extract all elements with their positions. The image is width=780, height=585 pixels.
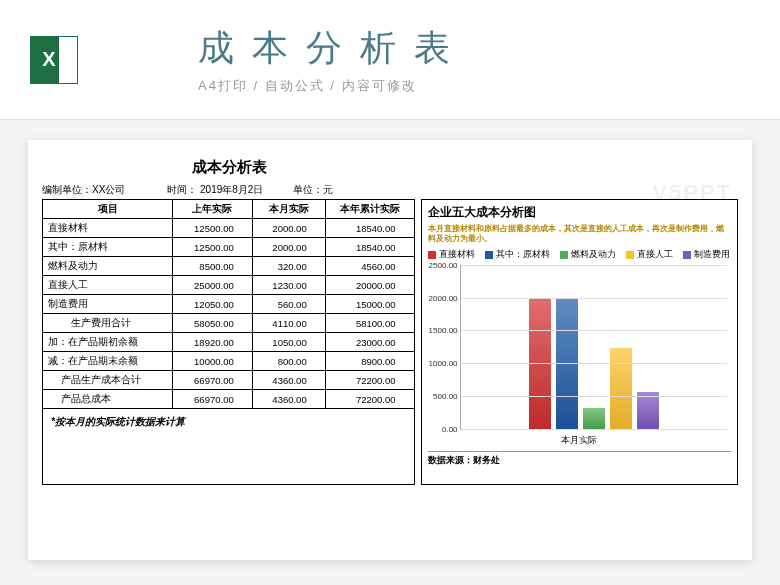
- row-label: 直接材料: [43, 219, 173, 238]
- row-label: 燃料及动力: [43, 257, 173, 276]
- spreadsheet-preview: V5PPT V5PPT 成本分析表 编制单位：XX公司 时间： 2019年8月2…: [28, 140, 752, 560]
- table-header-cell: 项目: [43, 200, 173, 219]
- row-value: 18540.00: [325, 238, 414, 257]
- legend-item: 其中：原材料: [485, 249, 550, 261]
- chart-description: 本月直接材料和原料占据最多的成本，其次是直接的人工成本，再次是制作费用，燃料及动…: [428, 224, 731, 245]
- chart-x-category: 本月实际: [428, 434, 731, 447]
- row-value: 58050.00: [173, 314, 253, 333]
- legend-label: 制造费用: [694, 249, 730, 261]
- row-label: 产品总成本: [43, 390, 173, 409]
- table-row: 制造费用12050.00560.0015000.00: [43, 295, 415, 314]
- chart-bar: [610, 348, 632, 429]
- row-value: 1230.00: [252, 276, 325, 295]
- row-value: 25000.00: [173, 276, 253, 295]
- legend-label: 燃料及动力: [571, 249, 616, 261]
- table-row: 直接人工25000.001230.0020000.00: [43, 276, 415, 295]
- row-value: 4360.00: [252, 371, 325, 390]
- chart-bars: [461, 265, 727, 429]
- table-row: 燃料及动力8500.00320.004560.00: [43, 257, 415, 276]
- cost-table-panel: 项目上年实际本月实际本年累计实际 直接材料12500.002000.001854…: [42, 199, 415, 485]
- row-label: 直接人工: [43, 276, 173, 295]
- row-label: 产品生产成本合计: [43, 371, 173, 390]
- y-tick-label: 1000.00: [429, 359, 461, 368]
- table-header-cell: 上年实际: [173, 200, 253, 219]
- row-value: 66970.00: [173, 371, 253, 390]
- chart-panel: 企业五大成本分析图 本月直接材料和原料占据最多的成本，其次是直接的人工成本，再次…: [421, 199, 738, 485]
- sheet-meta: 编制单位：XX公司 时间： 2019年8月2日 单位：元: [42, 183, 418, 197]
- page-subtitle: A4打印 / 自动公式 / 内容可修改: [198, 77, 750, 95]
- chart-title: 企业五大成本分析图: [428, 204, 731, 221]
- row-value: 58100.00: [325, 314, 414, 333]
- table-row: 产品生产成本合计66970.004360.0072200.00: [43, 371, 415, 390]
- chart-bar: [637, 392, 659, 429]
- row-value: 800.00: [252, 352, 325, 371]
- page-title: 成本分析表: [198, 24, 750, 73]
- row-value: 20000.00: [325, 276, 414, 295]
- table-row: 其中：原材料12500.002000.0018540.00: [43, 238, 415, 257]
- row-value: 12500.00: [173, 219, 253, 238]
- row-label: 生产费用合计: [43, 314, 173, 333]
- row-value: 72200.00: [325, 371, 414, 390]
- row-value: 4110.00: [252, 314, 325, 333]
- row-label: 其中：原材料: [43, 238, 173, 257]
- row-value: 23000.00: [325, 333, 414, 352]
- row-value: 4360.00: [252, 390, 325, 409]
- sheet-title: 成本分析表: [42, 158, 418, 177]
- table-row: 减：在产品期末余额10000.00800.008900.00: [43, 352, 415, 371]
- legend-swatch: [626, 251, 634, 259]
- row-value: 8900.00: [325, 352, 414, 371]
- row-value: 72200.00: [325, 390, 414, 409]
- y-tick-label: 1500.00: [429, 326, 461, 335]
- legend-swatch: [485, 251, 493, 259]
- row-value: 8500.00: [173, 257, 253, 276]
- row-value: 560.00: [252, 295, 325, 314]
- legend-label: 直接材料: [439, 249, 475, 261]
- row-value: 2000.00: [252, 219, 325, 238]
- legend-item: 燃料及动力: [560, 249, 616, 261]
- row-value: 15000.00: [325, 295, 414, 314]
- chart-legend: 直接材料其中：原材料燃料及动力直接人工制造费用: [428, 249, 731, 261]
- y-tick-label: 0.00: [442, 424, 461, 433]
- row-value: 18540.00: [325, 219, 414, 238]
- legend-swatch: [683, 251, 691, 259]
- excel-icon: X: [30, 36, 78, 84]
- legend-item: 制造费用: [683, 249, 730, 261]
- y-tick-label: 500.00: [433, 391, 460, 400]
- legend-label: 直接人工: [637, 249, 673, 261]
- y-tick-label: 2500.00: [429, 260, 461, 269]
- table-header-cell: 本年累计实际: [325, 200, 414, 219]
- app-header: X 成本分析表 A4打印 / 自动公式 / 内容可修改: [0, 0, 780, 120]
- meta-time: 时间： 2019年8月2日: [167, 183, 292, 197]
- table-header-cell: 本月实际: [252, 200, 325, 219]
- meta-unit: 单位：元: [293, 183, 418, 197]
- table-row: 产品总成本66970.004360.0072200.00: [43, 390, 415, 409]
- table-row: 直接材料12500.002000.0018540.00: [43, 219, 415, 238]
- row-value: 18920.00: [173, 333, 253, 352]
- row-label: 加：在产品期初余额: [43, 333, 173, 352]
- row-value: 12500.00: [173, 238, 253, 257]
- row-value: 1050.00: [252, 333, 325, 352]
- table-note: *按本月的实际统计数据来计算: [42, 409, 415, 485]
- legend-swatch: [560, 251, 568, 259]
- row-value: 320.00: [252, 257, 325, 276]
- row-value: 2000.00: [252, 238, 325, 257]
- legend-item: 直接人工: [626, 249, 673, 261]
- excel-x-letter: X: [42, 48, 55, 71]
- row-value: 4560.00: [325, 257, 414, 276]
- table-row: 生产费用合计58050.004110.0058100.00: [43, 314, 415, 333]
- chart-bar: [583, 408, 605, 429]
- row-value: 66970.00: [173, 390, 253, 409]
- title-block: 成本分析表 A4打印 / 自动公式 / 内容可修改: [198, 24, 750, 95]
- bar-chart: 0.00500.001000.001500.002000.002500.00: [460, 265, 727, 430]
- legend-swatch: [428, 251, 436, 259]
- legend-item: 直接材料: [428, 249, 475, 261]
- chart-source: 数据来源：财务处: [428, 451, 731, 467]
- meta-org: 编制单位：XX公司: [42, 183, 167, 197]
- cost-table: 项目上年实际本月实际本年累计实际 直接材料12500.002000.001854…: [42, 199, 415, 409]
- table-row: 加：在产品期初余额18920.001050.0023000.00: [43, 333, 415, 352]
- row-label: 制造费用: [43, 295, 173, 314]
- y-tick-label: 2000.00: [429, 293, 461, 302]
- row-value: 12050.00: [173, 295, 253, 314]
- row-value: 10000.00: [173, 352, 253, 371]
- legend-label: 其中：原材料: [496, 249, 550, 261]
